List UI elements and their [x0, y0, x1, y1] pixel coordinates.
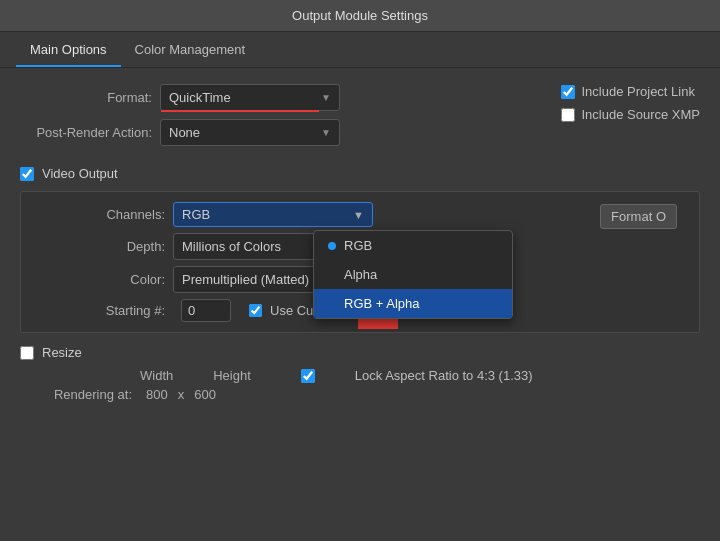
- channels-select[interactable]: RGB ▼: [173, 202, 373, 227]
- top-form-area: Format: QuickTime ▼ Post-Render Action: …: [20, 84, 700, 154]
- include-project-link-row: Include Project Link: [561, 84, 700, 99]
- rendering-x: x: [178, 387, 185, 402]
- video-output-header: Video Output: [20, 166, 700, 181]
- dropdown-rgb-label: RGB: [344, 238, 372, 253]
- post-render-label: Post-Render Action:: [20, 125, 160, 140]
- post-render-row: Post-Render Action: None ▼: [20, 119, 551, 146]
- title-text: Output Module Settings: [292, 8, 428, 23]
- resize-wh-row: Width Height Lock Aspect Ratio to 4:3 (1…: [140, 368, 700, 383]
- format-underline: [161, 110, 319, 112]
- lock-aspect-checkbox[interactable]: [301, 369, 315, 383]
- video-output-checkbox[interactable]: [20, 167, 34, 181]
- use-current-frame-checkbox[interactable]: [249, 304, 262, 317]
- height-label: Height: [213, 368, 251, 383]
- video-output-area: Channels: RGB ▼ RGB Alpha: [20, 191, 700, 333]
- width-label: Width: [140, 368, 173, 383]
- dropdown-rgb-alpha-label: RGB + Alpha: [344, 296, 420, 311]
- tab-main-options[interactable]: Main Options: [16, 32, 121, 67]
- lock-aspect-label: Lock Aspect Ratio to 4:3 (1.33): [355, 368, 533, 383]
- title-bar: Output Module Settings: [0, 0, 720, 32]
- rendering-width: 800: [146, 387, 168, 402]
- color-label: Color:: [33, 272, 173, 287]
- color-value: Premultiplied (Matted): [182, 272, 309, 287]
- starting-label: Starting #:: [33, 303, 173, 318]
- post-render-select[interactable]: None ▼: [160, 119, 340, 146]
- resize-checkbox[interactable]: [20, 346, 34, 360]
- include-source-xmp-checkbox[interactable]: [561, 108, 575, 122]
- depth-value: Millions of Colors: [182, 239, 281, 254]
- dropdown-alpha-label: Alpha: [344, 267, 377, 282]
- channels-dropdown-icon: ▼: [353, 209, 364, 221]
- resize-label: Resize: [42, 345, 82, 360]
- format-options-button[interactable]: Format O: [600, 204, 677, 229]
- video-output-title: Video Output: [42, 166, 118, 181]
- include-project-link-label: Include Project Link: [581, 84, 694, 99]
- resize-header: Resize: [20, 345, 700, 360]
- format-dropdown-icon: ▼: [321, 92, 331, 103]
- starting-input[interactable]: [181, 299, 231, 322]
- channels-label: Channels:: [33, 207, 173, 222]
- resize-section: Resize Width Height Lock Aspect Ratio to…: [20, 345, 700, 402]
- rgb-alpha-radio-empty: [328, 300, 336, 308]
- rgb-radio-selected: [328, 242, 336, 250]
- tab-color-management[interactable]: Color Management: [121, 32, 260, 67]
- format-label: Format:: [20, 90, 160, 105]
- format-button-label: Format O: [611, 209, 666, 224]
- channels-row: Channels: RGB ▼ RGB Alpha: [33, 202, 687, 227]
- main-content: Format: QuickTime ▼ Post-Render Action: …: [0, 68, 720, 418]
- left-form: Format: QuickTime ▼ Post-Render Action: …: [20, 84, 551, 154]
- rendering-height: 600: [194, 387, 216, 402]
- tabs-bar: Main Options Color Management: [0, 32, 720, 68]
- rendering-label: Rendering at:: [40, 387, 140, 402]
- alpha-radio-empty: [328, 271, 336, 279]
- channels-dropdown-container: RGB ▼ RGB Alpha: [173, 202, 373, 227]
- rendering-row: Rendering at: 800 x 600: [40, 387, 700, 402]
- format-select-wrapper: QuickTime ▼: [160, 84, 340, 111]
- dropdown-item-rgb-alpha[interactable]: RGB + Alpha: [314, 289, 512, 318]
- video-output-section: Video Output Channels: RGB ▼ RGB: [20, 166, 700, 333]
- dropdown-item-alpha[interactable]: Alpha: [314, 260, 512, 289]
- post-render-dropdown-icon: ▼: [321, 127, 331, 138]
- dropdown-item-rgb[interactable]: RGB: [314, 231, 512, 260]
- include-source-xmp-row: Include Source XMP: [561, 107, 700, 122]
- format-select[interactable]: QuickTime ▼: [160, 84, 340, 111]
- format-value: QuickTime: [169, 90, 231, 105]
- include-source-xmp-label: Include Source XMP: [581, 107, 700, 122]
- depth-label: Depth:: [33, 239, 173, 254]
- channels-dropdown-menu: RGB Alpha RGB + Alpha: [313, 230, 513, 319]
- include-project-link-checkbox[interactable]: [561, 85, 575, 99]
- channels-value: RGB: [182, 207, 210, 222]
- post-render-value: None: [169, 125, 200, 140]
- resize-details: Width Height Lock Aspect Ratio to 4:3 (1…: [40, 368, 700, 402]
- right-checkboxes: Include Project Link Include Source XMP: [561, 84, 700, 122]
- format-row: Format: QuickTime ▼: [20, 84, 551, 111]
